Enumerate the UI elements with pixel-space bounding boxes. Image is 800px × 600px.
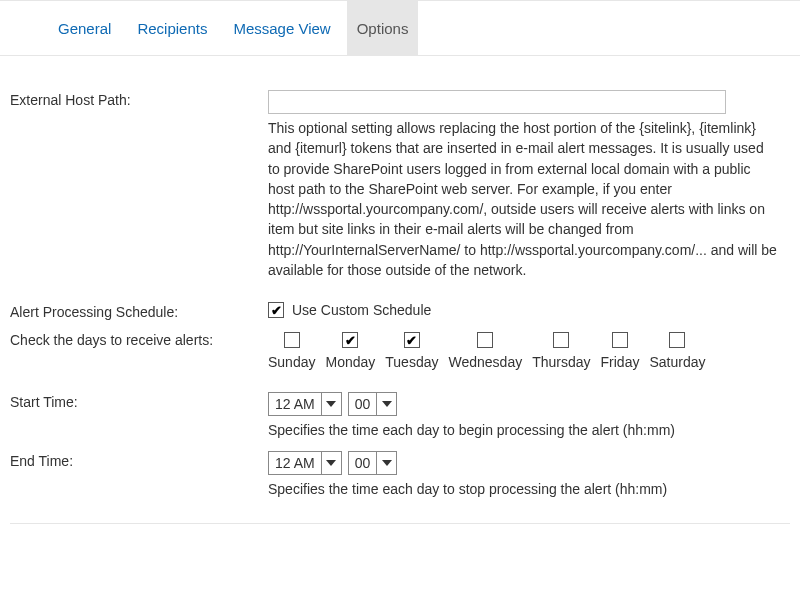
chevron-down-icon bbox=[321, 393, 341, 415]
day-saturday-checkbox[interactable] bbox=[669, 332, 685, 348]
start-time-label: Start Time: bbox=[10, 392, 268, 410]
end-time-hour-select[interactable]: 12 AM bbox=[268, 451, 342, 475]
day-wednesday: Wednesday bbox=[448, 332, 522, 370]
day-thursday-label: Thursday bbox=[532, 354, 590, 370]
day-monday: Monday bbox=[325, 332, 375, 370]
tab-options[interactable]: Options bbox=[347, 1, 419, 55]
tab-bar: General Recipients Message View Options bbox=[0, 0, 800, 56]
day-tuesday: Tuesday bbox=[385, 332, 438, 370]
tab-general[interactable]: General bbox=[48, 1, 121, 55]
external-host-path-help: This optional setting allows replacing t… bbox=[268, 118, 778, 280]
alert-schedule-label: Alert Processing Schedule: bbox=[10, 302, 268, 320]
chevron-down-icon bbox=[321, 452, 341, 474]
start-time-minute-value: 00 bbox=[349, 396, 377, 412]
divider bbox=[10, 523, 790, 524]
day-thursday-checkbox[interactable] bbox=[553, 332, 569, 348]
end-time-minute-select[interactable]: 00 bbox=[348, 451, 398, 475]
tab-message-view[interactable]: Message View bbox=[223, 1, 340, 55]
start-time-help: Specifies the time each day to begin pro… bbox=[268, 420, 778, 440]
check-days-label: Check the days to receive alerts: bbox=[10, 330, 268, 348]
day-saturday-label: Saturday bbox=[649, 354, 705, 370]
day-friday: Friday bbox=[601, 332, 640, 370]
day-friday-label: Friday bbox=[601, 354, 640, 370]
day-sunday-checkbox[interactable] bbox=[284, 332, 300, 348]
use-custom-schedule-checkbox[interactable] bbox=[268, 302, 284, 318]
tab-recipients[interactable]: Recipients bbox=[127, 1, 217, 55]
start-time-hour-select[interactable]: 12 AM bbox=[268, 392, 342, 416]
day-friday-checkbox[interactable] bbox=[612, 332, 628, 348]
day-wednesday-checkbox[interactable] bbox=[477, 332, 493, 348]
end-time-label: End Time: bbox=[10, 451, 268, 469]
start-time-minute-select[interactable]: 00 bbox=[348, 392, 398, 416]
day-monday-label: Monday bbox=[325, 354, 375, 370]
chevron-down-icon bbox=[376, 452, 396, 474]
external-host-path-label: External Host Path: bbox=[10, 90, 268, 108]
end-time-hour-value: 12 AM bbox=[269, 455, 321, 471]
start-time-hour-value: 12 AM bbox=[269, 396, 321, 412]
end-time-help: Specifies the time each day to stop proc… bbox=[268, 479, 778, 499]
day-wednesday-label: Wednesday bbox=[448, 354, 522, 370]
day-tuesday-label: Tuesday bbox=[385, 354, 438, 370]
end-time-minute-value: 00 bbox=[349, 455, 377, 471]
day-sunday: Sunday bbox=[268, 332, 315, 370]
days-group: Sunday Monday Tuesday Wednesday Thursday bbox=[268, 332, 790, 370]
options-panel: External Host Path: This optional settin… bbox=[0, 56, 800, 524]
day-thursday: Thursday bbox=[532, 332, 590, 370]
day-sunday-label: Sunday bbox=[268, 354, 315, 370]
day-tuesday-checkbox[interactable] bbox=[404, 332, 420, 348]
day-monday-checkbox[interactable] bbox=[342, 332, 358, 348]
use-custom-schedule-text: Use Custom Schedule bbox=[292, 302, 431, 318]
day-saturday: Saturday bbox=[649, 332, 705, 370]
chevron-down-icon bbox=[376, 393, 396, 415]
external-host-path-input[interactable] bbox=[268, 90, 726, 114]
